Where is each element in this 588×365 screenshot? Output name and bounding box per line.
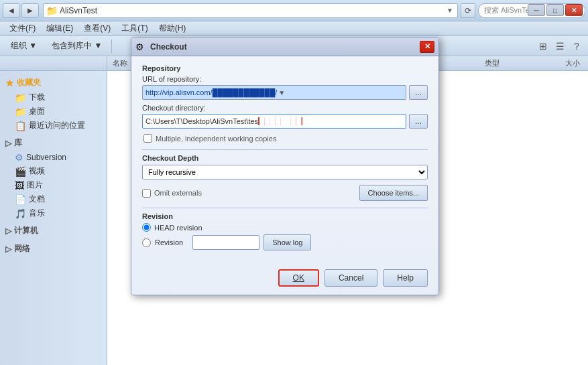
omit-externals-label: Omit externals xyxy=(154,189,202,197)
revision-label: Revision xyxy=(155,238,183,246)
url-browse-button[interactable]: ... xyxy=(409,85,428,100)
url-input[interactable]: http://vip.alisvn.com/████████████/ ▼ xyxy=(142,85,406,100)
checkout-dir-row: C:\Users\T\Desktop\AliSvnTest\tes███████… xyxy=(142,114,428,129)
multiple-copies-row: Multiple, independent working copies xyxy=(142,134,428,143)
explorer-window: ◀ ▶ 📁 AliSvnTest ▼ ⟳ 搜索 AliSvnTest 🔍 ─ □… xyxy=(0,0,588,365)
dialog-body: Repository URL of repository: http://vip… xyxy=(131,56,438,264)
depth-select-row: Fully recursive xyxy=(142,165,428,179)
revision-radio[interactable] xyxy=(142,238,151,247)
omit-row: Omit externals Choose items... xyxy=(142,185,428,201)
dialog-overlay: ⚙ Checkout ✕ Repository URL of repositor… xyxy=(0,0,588,365)
head-revision-radio[interactable] xyxy=(142,223,151,232)
checkout-dir-value: C:\Users\T\Desktop\AliSvnTest\tes███████… xyxy=(145,117,302,125)
divider-1 xyxy=(142,149,428,150)
url-dropdown-icon[interactable]: ▼ xyxy=(278,89,285,96)
url-field-label: URL of repository: xyxy=(142,75,428,83)
head-revision-label: HEAD revision xyxy=(154,224,202,232)
dialog-footer: OK Cancel Help xyxy=(131,264,438,295)
checkout-dir-label: Checkout directory: xyxy=(142,104,428,112)
revision-input-row: Revision Show log xyxy=(142,234,428,250)
revision-input[interactable] xyxy=(192,235,259,250)
url-value: http://vip.alisvn.com/████████████/ xyxy=(145,88,277,96)
multiple-copies-checkbox[interactable] xyxy=(143,134,152,143)
dialog-title-bar: ⚙ Checkout ✕ xyxy=(131,38,438,56)
dialog-title-icon: ⚙ xyxy=(135,42,146,52)
checkout-dir-browse-button[interactable]: ... xyxy=(409,114,428,129)
ok-button[interactable]: OK xyxy=(278,269,319,287)
url-row: http://vip.alisvn.com/████████████/ ▼ ..… xyxy=(142,85,428,100)
revision-section-label: Revision xyxy=(142,212,428,220)
multiple-copies-label: Multiple, independent working copies xyxy=(156,135,276,143)
repository-section-label: Repository xyxy=(142,64,428,72)
show-log-button[interactable]: Show log xyxy=(263,234,311,250)
cancel-button[interactable]: Cancel xyxy=(325,269,377,287)
dialog-close-button[interactable]: ✕ xyxy=(420,41,434,53)
depth-section-label: Checkout Depth xyxy=(142,154,428,162)
checkout-dialog: ⚙ Checkout ✕ Repository URL of repositor… xyxy=(131,37,439,295)
revision-section: Revision HEAD revision Revision Show log xyxy=(142,212,428,250)
checkout-dir-input[interactable]: C:\Users\T\Desktop\AliSvnTest\tes███████… xyxy=(142,114,406,129)
omit-externals-checkbox[interactable] xyxy=(142,189,151,198)
depth-select[interactable]: Fully recursive xyxy=(142,165,428,179)
head-revision-row: HEAD revision xyxy=(142,223,428,232)
dialog-title-text: Checkout xyxy=(150,42,420,52)
help-button[interactable]: Help xyxy=(383,269,428,287)
choose-items-button[interactable]: Choose items... xyxy=(359,185,428,201)
omit-left: Omit externals xyxy=(142,189,202,198)
divider-2 xyxy=(142,208,428,208)
